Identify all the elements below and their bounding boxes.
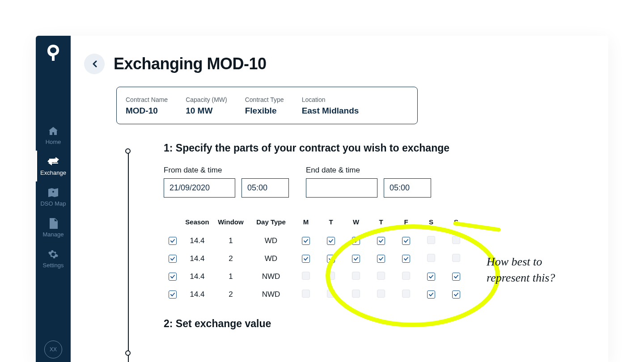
row-select-checkbox[interactable] [169, 237, 177, 245]
th-thu: T [369, 218, 394, 226]
day-checkbox [352, 272, 360, 280]
row-select-checkbox[interactable] [169, 273, 177, 281]
end-date-label: End date & time [306, 166, 431, 175]
nav-settings-label: Settings [43, 262, 64, 269]
row-select-checkbox[interactable] [169, 290, 177, 299]
table-row: 14.41WD [164, 232, 477, 250]
end-time-input[interactable] [384, 178, 431, 198]
day-checkbox [377, 290, 385, 298]
th-window: Window [213, 218, 249, 226]
day-checkbox [452, 254, 460, 262]
day-checkbox[interactable] [352, 255, 360, 263]
capacity-value: 10 MW [186, 106, 227, 116]
timeline-dot-1 [125, 148, 131, 154]
contract-info-card: Contract Name MOD-10 Capacity (MW) 10 MW… [116, 87, 418, 124]
day-checkbox[interactable] [327, 237, 335, 245]
location-label: Location [302, 96, 359, 103]
home-icon [47, 125, 59, 137]
sidebar: Home Exchange DSO Map Manage Settings [36, 36, 71, 362]
nav-exchange-label: Exchange [40, 169, 66, 176]
section1-title: 1: Specify the parts of your contract yo… [164, 142, 608, 154]
from-date-label: From date & time [164, 166, 289, 175]
nav-home[interactable]: Home [36, 120, 71, 151]
back-button[interactable] [84, 54, 105, 74]
cell-window: 2 [213, 290, 249, 299]
avatar-initials: XX [50, 346, 57, 353]
day-checkbox [402, 272, 410, 280]
map-icon [47, 187, 59, 198]
contract-type-value: Flexible [245, 106, 284, 116]
day-checkbox [352, 290, 360, 298]
location-value: East Midlands [302, 106, 359, 116]
nav-manage[interactable]: Manage [36, 212, 71, 243]
avatar[interactable]: XX [44, 341, 62, 358]
end-date-input[interactable] [306, 178, 377, 198]
table-row: 14.42WD [164, 250, 477, 268]
main-content: Exchanging MOD-10 Contract Name MOD-10 C… [71, 36, 608, 362]
cell-daytype: WD [249, 254, 293, 263]
day-checkbox[interactable] [302, 237, 310, 245]
day-checkbox[interactable] [402, 237, 410, 245]
cell-window: 1 [213, 236, 249, 245]
day-checkbox[interactable] [377, 255, 385, 263]
contract-type-label: Contract Type [245, 96, 284, 103]
annotation-text: How best to represent this? [487, 254, 555, 286]
day-checkbox [427, 254, 435, 262]
chevron-left-icon [92, 60, 97, 67]
day-checkbox[interactable] [302, 255, 310, 263]
nav-dsomap[interactable]: DSO Map [36, 181, 71, 212]
days-table: Season Window Day Type M T W T F S S 14.… [164, 218, 477, 303]
th-sun: S [444, 218, 469, 226]
app-logo [46, 44, 61, 62]
section2-title: 2: Set exchange value [164, 318, 608, 330]
th-wed: W [343, 218, 369, 226]
nav-manage-label: Manage [43, 231, 64, 238]
from-date-input[interactable] [164, 178, 235, 198]
th-tue: T [318, 218, 343, 226]
day-checkbox [427, 236, 435, 244]
cell-window: 1 [213, 272, 249, 281]
day-checkbox[interactable] [352, 237, 360, 245]
cell-daytype: NWD [249, 290, 293, 299]
day-checkbox[interactable] [427, 273, 435, 281]
row-select-checkbox[interactable] [169, 255, 177, 263]
table-row: 14.41NWD [164, 268, 477, 286]
day-checkbox[interactable] [327, 255, 335, 263]
cell-season: 14.4 [182, 272, 213, 281]
th-daytype: Day Type [249, 218, 293, 226]
th-mon: M [293, 218, 318, 226]
day-checkbox[interactable] [402, 255, 410, 263]
gear-icon [47, 248, 59, 260]
day-checkbox[interactable] [452, 290, 460, 299]
timeline-dot-2 [125, 350, 131, 356]
day-checkbox [377, 272, 385, 280]
exchange-icon [47, 156, 59, 168]
nav-settings[interactable]: Settings [36, 243, 71, 274]
page-title: Exchanging MOD-10 [114, 55, 267, 73]
th-fri: F [394, 218, 419, 226]
table-row: 14.42NWD [164, 286, 477, 303]
cell-season: 14.4 [182, 290, 213, 299]
cell-season: 14.4 [182, 236, 213, 245]
capacity-label: Capacity (MW) [186, 96, 227, 103]
th-season: Season [182, 218, 213, 226]
day-checkbox[interactable] [452, 273, 460, 281]
day-checkbox[interactable] [377, 237, 385, 245]
from-time-input[interactable] [242, 178, 289, 198]
nav-exchange[interactable]: Exchange [36, 151, 71, 181]
contract-name-label: Contract Name [126, 96, 168, 103]
cell-season: 14.4 [182, 254, 213, 263]
day-checkbox [327, 290, 335, 298]
nav-dsomap-label: DSO Map [40, 200, 66, 207]
day-checkbox [452, 236, 460, 244]
th-sat: S [419, 218, 444, 226]
svg-point-1 [52, 191, 54, 193]
timeline-line [128, 151, 129, 362]
cell-window: 2 [213, 254, 249, 263]
day-checkbox [302, 290, 310, 298]
cell-daytype: NWD [249, 272, 293, 281]
day-checkbox [327, 272, 335, 280]
contract-name-value: MOD-10 [126, 106, 168, 116]
day-checkbox[interactable] [427, 290, 435, 299]
file-icon [47, 218, 59, 229]
